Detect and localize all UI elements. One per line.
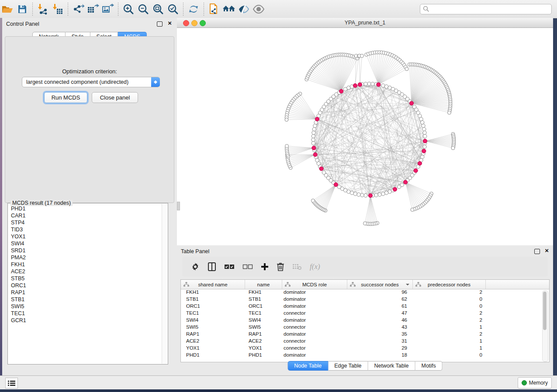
table-cell: 1 bbox=[413, 324, 482, 330]
select-all-checkboxes-icon[interactable] bbox=[224, 264, 235, 270]
mcds-result-item[interactable]: ORC1 bbox=[11, 282, 162, 289]
eye-slash-icon[interactable] bbox=[236, 2, 251, 16]
tab-motifs[interactable]: Motifs bbox=[415, 361, 442, 371]
network-window-title: YPA_prune.txt_1 bbox=[177, 20, 553, 26]
table-cell: ACE2 bbox=[249, 338, 262, 344]
table-row[interactable]: SWI4SWI4dominator462 bbox=[181, 317, 549, 324]
column-header-name[interactable]: name bbox=[245, 280, 282, 289]
scrollbar-thumb[interactable] bbox=[543, 292, 547, 330]
task-history-button[interactable] bbox=[5, 378, 18, 389]
export-table-icon[interactable] bbox=[86, 2, 100, 16]
network-window-titlebar[interactable]: YPA_prune.txt_1 bbox=[177, 18, 553, 28]
mcds-result-item[interactable]: FKH1 bbox=[11, 261, 162, 268]
function-builder-icon: f(x) bbox=[310, 262, 320, 271]
refresh-icon[interactable] bbox=[186, 2, 201, 16]
table-cell: dominator bbox=[284, 303, 306, 309]
close-panel-button[interactable]: Close panel bbox=[92, 92, 138, 103]
mcds-result-item[interactable]: ACE2 bbox=[11, 268, 162, 275]
run-mcds-button[interactable]: Run MCDS bbox=[44, 92, 87, 103]
table-cell: PHD1 bbox=[186, 352, 200, 358]
mcds-result-item[interactable]: PMA2 bbox=[11, 254, 162, 261]
table-row[interactable]: RAP1RAP1dominator352 bbox=[181, 331, 549, 338]
split-columns-icon[interactable] bbox=[208, 262, 216, 271]
mcds-result-item[interactable]: STP4 bbox=[11, 219, 162, 226]
mcds-result-item[interactable]: STB5 bbox=[11, 275, 162, 282]
search-box[interactable] bbox=[420, 4, 552, 14]
table-row[interactable]: ACE2ACE2connector311 bbox=[181, 338, 549, 345]
table-cell: 0 bbox=[413, 352, 482, 358]
column-header-predecessor-nodes[interactable]: predecessor nodes bbox=[413, 280, 486, 289]
optimization-criterion-value: largest connected component (undirected) bbox=[22, 79, 151, 85]
search-input[interactable] bbox=[429, 6, 549, 13]
delete-column-icon[interactable] bbox=[277, 262, 284, 271]
table-row[interactable]: ORC1ORC1dominator610 bbox=[181, 303, 549, 310]
table-row[interactable]: YOX1YOX1connector291 bbox=[181, 345, 549, 352]
table-cell: ACE2 bbox=[186, 338, 199, 344]
desktop-wallpaper-bottom bbox=[0, 389, 557, 392]
memory-button[interactable]: Memory bbox=[518, 377, 552, 389]
zoom-out-icon[interactable] bbox=[136, 2, 151, 16]
mcds-result-item[interactable]: RAP1 bbox=[11, 289, 162, 296]
column-header-shared-name[interactable]: shared name bbox=[181, 280, 245, 289]
list-icon bbox=[8, 380, 15, 386]
mcds-result-item[interactable]: SRD1 bbox=[11, 247, 162, 254]
table-row[interactable]: SWI5SWI5connector431 bbox=[181, 324, 549, 331]
table-row[interactable]: PHD1PHD1dominator180 bbox=[181, 352, 549, 359]
table-cell: 2 bbox=[413, 331, 482, 337]
settings-gear-icon[interactable] bbox=[191, 262, 200, 271]
mcds-result-item[interactable]: TEC1 bbox=[11, 310, 162, 317]
save-icon[interactable] bbox=[15, 2, 30, 16]
node-table-header: shared name name MCDS role successor nod… bbox=[181, 280, 549, 289]
table-cell: SWI5 bbox=[249, 324, 261, 330]
mcds-result-item[interactable]: GCR1 bbox=[11, 317, 162, 324]
table-cell: TEC1 bbox=[186, 310, 199, 316]
eye-icon[interactable] bbox=[251, 2, 266, 16]
mcds-result-scrollbar[interactable] bbox=[162, 204, 167, 364]
close-panel-icon[interactable]: × bbox=[545, 247, 549, 254]
close-panel-icon[interactable]: × bbox=[168, 19, 172, 27]
network-vertical-scrollbar[interactable] bbox=[177, 202, 180, 210]
tab-network-table[interactable]: Network Table bbox=[368, 361, 415, 371]
table-toolbar: f(x) bbox=[182, 257, 548, 277]
table-cell: 18 bbox=[347, 352, 407, 358]
mcds-result-item[interactable]: SWI5 bbox=[11, 303, 162, 310]
toolbar-separator bbox=[118, 3, 118, 16]
float-panel-icon[interactable] bbox=[534, 249, 540, 254]
add-column-icon[interactable] bbox=[261, 263, 269, 271]
control-panel-title: Control Panel bbox=[6, 21, 39, 27]
zoom-fit-icon[interactable] bbox=[151, 2, 166, 16]
network-graph[interactable] bbox=[177, 28, 553, 245]
mcds-result-item[interactable]: SWI4 bbox=[11, 240, 162, 247]
float-panel-icon[interactable] bbox=[157, 21, 163, 27]
export-image-icon[interactable] bbox=[100, 2, 115, 16]
network-canvas[interactable] bbox=[177, 28, 553, 245]
zoom-selected-icon[interactable] bbox=[166, 2, 180, 16]
table-row[interactable]: TEC1TEC1connector472 bbox=[181, 310, 549, 317]
table-cell: TEC1 bbox=[249, 310, 261, 316]
deselect-all-checkboxes-icon[interactable] bbox=[242, 264, 253, 270]
mcds-result-item[interactable]: YOX1 bbox=[11, 233, 162, 240]
import-network-icon[interactable] bbox=[35, 2, 50, 16]
document-network-icon[interactable] bbox=[207, 2, 221, 16]
export-network-icon[interactable] bbox=[71, 2, 86, 16]
mcds-result-item[interactable]: STB1 bbox=[11, 296, 162, 303]
optimization-criterion-select[interactable]: largest connected component (undirected) bbox=[22, 77, 160, 87]
table-cell: 2 bbox=[413, 310, 482, 316]
table-cell: 1 bbox=[413, 338, 482, 344]
mcds-result-item[interactable]: TID3 bbox=[11, 226, 162, 233]
table-row[interactable]: STB1STB1dominator620 bbox=[181, 296, 549, 303]
zoom-in-icon[interactable] bbox=[121, 2, 136, 16]
tab-node-table[interactable]: Node Table bbox=[287, 361, 328, 371]
mcds-result-item[interactable]: CAR1 bbox=[11, 212, 162, 219]
column-header-successor-nodes[interactable]: successor nodes bbox=[347, 280, 413, 289]
mcds-result-list[interactable]: PHD1CAR1STP4TID3YOX1SWI4SRD1PMA2FKH1ACE2… bbox=[8, 205, 162, 363]
import-table-icon[interactable] bbox=[50, 2, 65, 16]
table-cell: RAP1 bbox=[186, 331, 199, 337]
open-folder-icon[interactable] bbox=[0, 2, 15, 16]
homes-icon[interactable] bbox=[221, 2, 236, 16]
table-vertical-scrollbar[interactable] bbox=[542, 290, 548, 362]
tab-edge-table[interactable]: Edge Table bbox=[328, 361, 368, 371]
column-header-mcds-role[interactable]: MCDS role bbox=[282, 280, 347, 289]
mcds-result-item[interactable]: PHD1 bbox=[11, 205, 162, 212]
table-row[interactable]: FKH1FKH1dominator962 bbox=[181, 289, 549, 296]
